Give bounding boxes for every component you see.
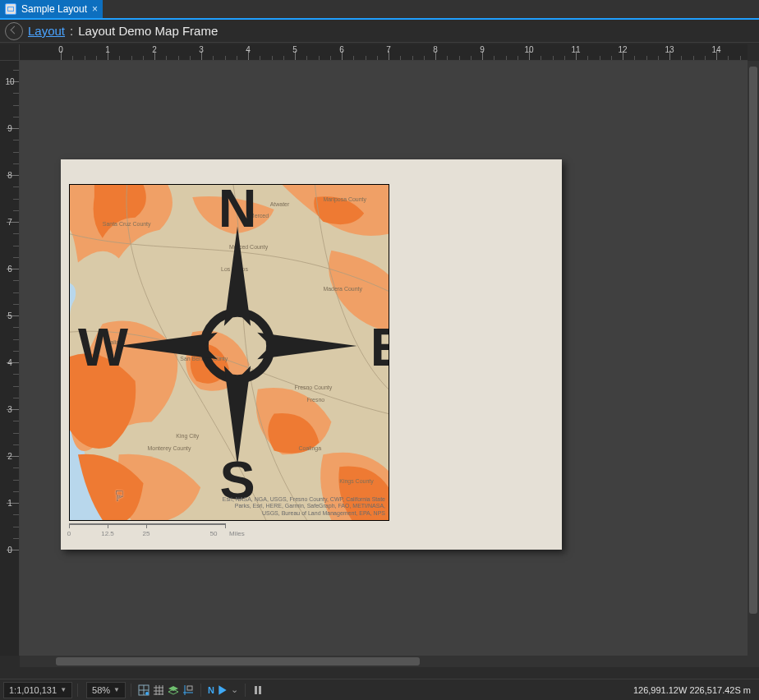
ruler-h-label: 0 [58,45,63,54]
ruler-v-label: 9 [2,124,18,133]
ruler-v-label: 2 [2,452,18,461]
dropdown-icon: ▼ [60,686,67,693]
svg-point-13 [145,692,149,695]
ruler-v-label: 4 [2,358,18,367]
zoom-value: 58% [92,685,110,695]
ruler-h-label: 7 [386,45,391,54]
zoom-field[interactable]: 58% ▼ [86,682,126,698]
ruler-h-label: 10 [524,45,533,54]
ruler-vertical[interactable]: 109876543210 [0,61,20,656]
svg-text:E: E [370,317,389,377]
ruler-h-label: 9 [480,45,485,54]
ruler-h-label: 3 [199,45,204,54]
layout-tab-title: Sample Layout [21,3,87,15]
vertical-scrollbar[interactable] [748,61,759,656]
ruler-h-label: 14 [711,45,720,54]
ruler-v-label: 8 [2,171,18,180]
layers-icon [168,684,179,696]
ruler-v-label: 3 [2,405,18,414]
coordinate-readout: 126,991.12W 226,517.42S m [633,685,751,695]
pause-drawing-button[interactable] [251,683,265,698]
scalebar-unit: Miles [229,530,245,537]
ruler-h-label: 6 [339,45,344,54]
grid-button[interactable] [151,683,166,698]
ruler-h-label: 1 [105,45,110,54]
ruler-v-label: 10 [2,77,18,86]
ruler-h-label: 2 [152,45,157,54]
scroll-corner [748,656,759,667]
status-separator [200,684,201,697]
ruler-h-label: 11 [571,45,580,54]
arrow-right-icon [217,684,228,696]
breadcrumb-frame-name: Layout Demo Map Frame [78,24,218,38]
svg-marker-4 [118,333,218,359]
ruler-v-label: 6 [2,265,18,274]
map-frame[interactable]: Merced Atwater Mariposa County Merced Co… [69,184,389,521]
horizontal-scrollbar[interactable] [20,656,748,667]
status-separator [77,684,78,697]
status-separator [131,684,131,697]
svg-rect-27 [259,686,261,694]
ruler-v-label: 5 [2,311,18,320]
north-label: N [208,685,214,695]
breadcrumb-separator: : [70,24,73,38]
ruler-horizontal[interactable]: 0123456789101112131415 [20,44,748,61]
scalebar-label: 25 [143,530,150,537]
tab-strip: Sample Layout × [0,0,759,20]
close-tab-icon[interactable]: × [92,4,98,14]
dropdown-icon: ▼ [113,686,120,693]
svg-marker-2 [224,227,251,326]
ruler-h-label: 5 [292,45,297,54]
status-separator [245,684,246,697]
workspace: 0123456789101112131415 109876543210 [0,44,759,667]
map-scale-field[interactable]: 1:1,010,131 ▼ [3,682,72,698]
snap-icon [138,684,150,696]
layers-button[interactable] [166,683,181,698]
north-button[interactable]: N ⌄ [206,683,240,698]
svg-marker-5 [257,333,356,359]
svg-text:W: W [78,317,128,377]
guides-button[interactable] [181,683,196,698]
ruler-h-label: 13 [665,45,674,54]
ruler-corner [0,44,20,61]
layout-tab[interactable]: Sample Layout × [0,0,103,18]
dropdown-icon: ⌄ [231,684,238,695]
back-button[interactable] [5,22,23,40]
ruler-v-label: 1 [2,499,18,508]
compass-north-arrow: N E S W [78,184,389,513]
scalebar-label: 0 [67,530,71,537]
toggle-snap-button[interactable] [136,683,151,698]
svg-rect-26 [255,686,257,694]
layout-canvas[interactable]: Merced Atwater Mariposa County Merced Co… [20,61,748,656]
ruler-v-label: 0 [2,546,18,555]
svg-text:N: N [218,184,257,238]
ruler-h-label: 4 [246,45,251,54]
status-bar: 1:1,010,131 ▼ 58% ▼ [0,679,759,700]
grid-icon [153,684,164,696]
layout-page[interactable]: Merced Atwater Mariposa County Merced Co… [61,159,562,550]
map-scale-value: 1:1,010,131 [9,685,57,695]
ruler-v-label: 7 [2,218,18,227]
guides-icon [182,684,194,696]
scalebar-label: 12.5 [101,530,114,537]
svg-rect-24 [187,686,192,690]
horizontal-scroll-thumb[interactable] [56,657,420,665]
svg-point-1 [205,313,271,380]
map-attribution: Esri, NASA, NGA, USGS, Fresno County, CW… [221,496,385,517]
vertical-scroll-thumb[interactable] [749,67,757,614]
svg-marker-20 [168,686,178,691]
breadcrumb-layout-link[interactable]: Layout [28,24,65,38]
pause-icon [252,684,264,696]
ruler-h-label: 12 [618,45,627,54]
ruler-h-label: 8 [433,45,438,54]
scalebar-label: 50 [210,530,218,537]
breadcrumb-bar: Layout : Layout Demo Map Frame [0,20,759,43]
scale-bar: 0 12.5 25 50 Miles [69,523,299,543]
layout-tab-icon [5,3,16,15]
svg-marker-25 [218,685,226,695]
